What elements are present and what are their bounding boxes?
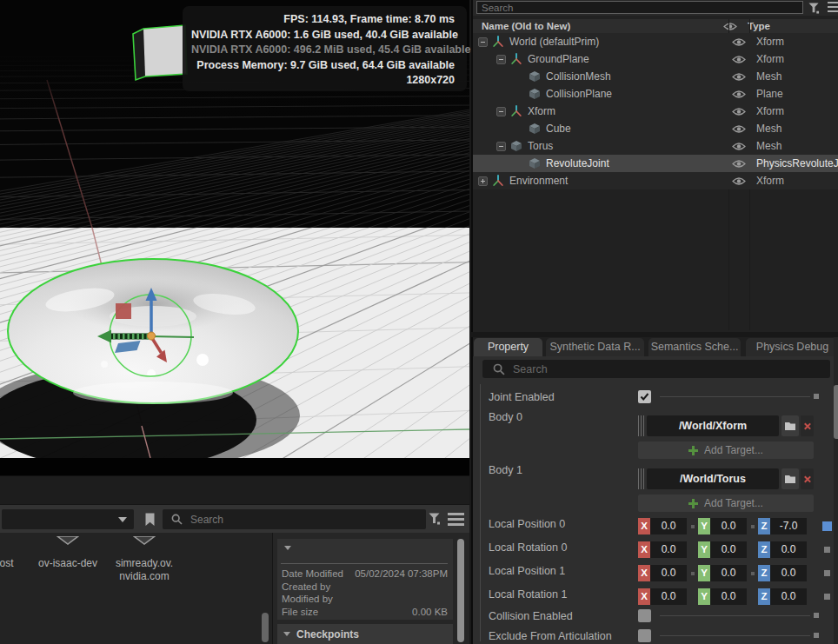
body0-add-target-button[interactable]: Add Target... <box>638 442 814 459</box>
axis-z-badge[interactable]: Z <box>758 518 770 534</box>
expand-toggle[interactable] <box>496 142 506 151</box>
file-grid-scrollbar[interactable] <box>262 613 269 642</box>
axis-y-badge[interactable]: Y <box>698 541 710 558</box>
visibility-toggle[interactable] <box>728 172 749 189</box>
content-item[interactable]: simready.ov.nvidia.com <box>103 533 186 583</box>
path-dropdown-icon[interactable] <box>118 517 127 522</box>
expand-toggle[interactable] <box>496 55 506 64</box>
body1-add-target-button[interactable]: Add Target... <box>638 495 814 512</box>
axis-y-field[interactable]: 0.0 <box>710 565 747 581</box>
axis-x-badge[interactable]: X <box>638 518 650 534</box>
visibility-toggle[interactable] <box>728 103 749 120</box>
axis-y-badge[interactable]: Y <box>698 565 710 581</box>
body0-browse-button[interactable] <box>781 415 799 436</box>
content-item[interactable]: ov-isaac-dev <box>26 533 110 570</box>
prim-name-cell[interactable]: Torus <box>473 137 728 155</box>
tab-semantics-sche[interactable]: Semantics Sche... <box>648 338 741 356</box>
body1-browse-button[interactable] <box>781 468 799 489</box>
filter-button[interactable] <box>429 513 441 528</box>
checkpoints-collapse-icon[interactable] <box>283 632 290 636</box>
torus-mesh[interactable] <box>8 259 298 404</box>
content-options-menu-icon[interactable] <box>448 513 464 526</box>
drag-handle-icon[interactable] <box>638 415 644 436</box>
viewport-3d[interactable]: FPS: 114.93, Frame time: 8.70 msNVIDIA R… <box>0 0 469 475</box>
axis-x-field[interactable]: 0.0 <box>650 565 687 581</box>
value-state-indicator[interactable] <box>814 394 819 399</box>
axis-z-field[interactable]: -7.0 <box>770 518 807 534</box>
tab-property[interactable]: Property <box>474 338 542 356</box>
property-checkbox[interactable] <box>638 609 651 622</box>
value-state-indicator[interactable] <box>814 613 819 618</box>
stage-tree-row[interactable]: CollisionPlane Plane <box>473 85 838 103</box>
visibility-toggle[interactable] <box>728 33 749 50</box>
property-search-input[interactable] <box>513 363 749 375</box>
stage-column-header[interactable]: Name (Old to New) Type <box>473 19 838 33</box>
axis-y-field[interactable]: 0.0 <box>710 518 747 534</box>
prim-name-cell[interactable]: Cube <box>473 120 728 137</box>
visibility-toggle[interactable] <box>728 50 749 68</box>
stage-tree-row[interactable]: World (defaultPrim) Xform <box>473 33 838 50</box>
axis-y-badge[interactable]: Y <box>698 518 710 534</box>
stage-tree-row[interactable]: Environment Xform <box>473 172 838 189</box>
value-state-indicator[interactable] <box>822 521 832 531</box>
axis-z-field[interactable]: 0.0 <box>770 565 807 581</box>
value-state-indicator[interactable] <box>814 633 819 638</box>
axis-z-badge[interactable]: Z <box>758 588 770 605</box>
value-state-indicator[interactable] <box>824 594 830 600</box>
drag-handle-icon[interactable] <box>638 468 644 489</box>
value-state-indicator[interactable] <box>824 547 830 553</box>
gizmo-plane-handle-red[interactable] <box>116 303 131 319</box>
expand-toggle[interactable] <box>478 176 488 186</box>
checkpoints-section-header[interactable]: Checkpoints <box>277 624 453 644</box>
visibility-toggle[interactable] <box>728 155 749 172</box>
prim-name-cell[interactable]: CollisionPlane <box>473 85 728 103</box>
expand-toggle[interactable] <box>478 37 488 47</box>
stage-options-menu-icon[interactable] <box>828 2 838 12</box>
property-scrollbar-thumb[interactable] <box>834 385 838 439</box>
gizmo-center-handle[interactable] <box>148 332 156 340</box>
prim-name-cell[interactable]: CollisionMesh <box>473 68 728 85</box>
joint-enabled-checkbox[interactable] <box>638 390 651 403</box>
stage-search-field[interactable] <box>476 1 803 14</box>
stage-tree-row[interactable]: Torus Mesh <box>473 137 838 155</box>
cube-mesh[interactable] <box>133 25 187 80</box>
axis-x-badge[interactable]: X <box>638 565 650 581</box>
axis-x-field[interactable]: 0.0 <box>650 518 687 534</box>
axis-x-badge[interactable]: X <box>638 541 650 558</box>
axis-x-field[interactable]: 0.0 <box>650 588 687 605</box>
content-search-input[interactable] <box>190 514 369 526</box>
visibility-toggle[interactable] <box>728 85 749 103</box>
body0-target-path[interactable]: /World/Xform <box>647 415 779 436</box>
axis-z-field[interactable]: 0.0 <box>770 588 807 605</box>
property-checkbox[interactable] <box>638 629 651 642</box>
prim-name-cell[interactable]: World (defaultPrim) <box>473 33 728 50</box>
stage-tree-row[interactable]: GroundPlane Xform <box>473 50 838 68</box>
stage-tree-row[interactable]: Cube Mesh <box>473 120 838 137</box>
tab-synthetic-data-r[interactable]: Synthetic Data R... <box>546 338 644 356</box>
axis-y-field[interactable]: 0.0 <box>710 588 747 605</box>
bookmark-button[interactable] <box>140 510 159 529</box>
column-name[interactable]: Name (Old to New) <box>473 21 720 31</box>
tab-physics-debug[interactable]: Physics Debug <box>746 338 838 356</box>
details-scrollbar[interactable] <box>457 539 464 642</box>
property-search-field[interactable] <box>482 360 830 378</box>
axis-x-badge[interactable]: X <box>638 588 650 605</box>
stage-tree-row[interactable]: CollisionMesh Mesh <box>473 68 838 85</box>
prim-name-cell[interactable]: Xform <box>473 103 728 120</box>
axis-y-field[interactable]: 0.0 <box>710 541 747 558</box>
stage-search-input[interactable] <box>482 3 709 13</box>
property-scrollbar-track[interactable] <box>834 337 838 644</box>
stage-tree-row[interactable]: Xform Xform <box>473 103 838 120</box>
axis-z-field[interactable]: 0.0 <box>770 541 807 558</box>
stage-tree-row[interactable]: RevoluteJoint PhysicsRevoluteJoint <box>473 155 838 172</box>
column-type[interactable]: Type <box>741 21 770 31</box>
axis-y-badge[interactable]: Y <box>698 588 710 605</box>
visibility-toggle[interactable] <box>728 137 749 155</box>
info-collapse-icon[interactable] <box>284 546 291 550</box>
value-state-indicator[interactable] <box>824 570 830 576</box>
axis-z-badge[interactable]: Z <box>758 565 770 581</box>
expand-toggle[interactable] <box>496 107 506 116</box>
axis-z-badge[interactable]: Z <box>758 541 770 558</box>
axis-x-field[interactable]: 0.0 <box>650 541 687 558</box>
body0-remove-button[interactable] <box>801 415 814 436</box>
